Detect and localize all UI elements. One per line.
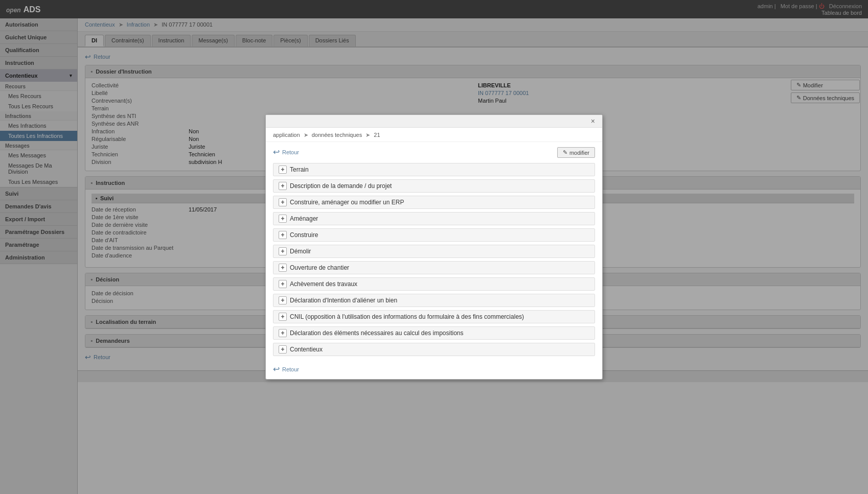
modal-retour-label-top: Retour — [282, 149, 299, 155]
plus-icon-description: + — [279, 182, 287, 190]
modal-modifier-button[interactable]: ✎ modifier — [557, 147, 595, 158]
plus-icon-ouverture-chantier: + — [279, 264, 287, 272]
modal-section-label-achevement-travaux: Achèvement des travaux — [290, 280, 357, 288]
modal-sections: +Terrain+Description de la demande / du … — [273, 163, 595, 356]
modal-section-cnil[interactable]: +CNIL (opposition à l'utilisation des in… — [273, 310, 595, 323]
plus-icon-construire: + — [279, 231, 287, 239]
modal-topbar: × — [266, 115, 602, 128]
modal-retour-arrow-bottom: ↩ — [273, 364, 280, 374]
modal-dialog: × application ➤ données techniques ➤ 21 … — [265, 114, 603, 380]
plus-icon-terrain: + — [279, 166, 287, 174]
modal-retour-arrow-top: ↩ — [273, 147, 280, 157]
modal-modifier-icon: ✎ — [563, 149, 567, 156]
modal-overlay[interactable]: × application ➤ données techniques ➤ 21 … — [0, 0, 868, 494]
plus-icon-declaration-elements: + — [279, 329, 287, 337]
modal-section-description[interactable]: +Description de la demande / du projet — [273, 179, 595, 193]
modal-section-label-cnil: CNIL (opposition à l'utilisation des inf… — [290, 313, 524, 320]
plus-icon-cnil: + — [279, 313, 287, 321]
modal-breadcrumb-arrow1: ➤ — [304, 132, 308, 138]
modal-section-contentieux[interactable]: +Contentieux — [273, 343, 595, 356]
modal-section-label-construire: Construire — [290, 231, 318, 239]
modal-breadcrumb-donnees: données techniques — [312, 132, 362, 138]
modal-breadcrumb-app: application — [273, 132, 300, 138]
modal-section-terrain[interactable]: +Terrain — [273, 163, 595, 176]
modal-section-demolir[interactable]: +Démolir — [273, 245, 595, 258]
modal-section-label-ouverture-chantier: Ouverture de chantier — [290, 264, 349, 271]
modal-breadcrumb-num: 21 — [374, 132, 380, 138]
modal-section-construire[interactable]: +Construire — [273, 228, 595, 242]
plus-icon-achevement-travaux: + — [279, 280, 287, 288]
modal-section-label-description: Description de la demande / du projet — [290, 182, 392, 190]
plus-icon-declaration-intention: + — [279, 296, 287, 304]
modal-retour-bottom[interactable]: ↩ Retour — [273, 364, 299, 374]
modal-section-ouverture-chantier[interactable]: +Ouverture de chantier — [273, 261, 595, 274]
modal-section-construire-erp[interactable]: +Construire, aménager ou modifier un ERP — [273, 196, 595, 209]
modal-section-amenager[interactable]: +Aménager — [273, 212, 595, 225]
plus-icon-construire-erp: + — [279, 198, 287, 206]
modal-breadcrumb: application ➤ données techniques ➤ 21 — [266, 128, 602, 142]
modal-section-label-demolir: Démolir — [290, 248, 311, 255]
modal-close-button[interactable]: × — [589, 117, 597, 125]
modal-section-declaration-intention[interactable]: +Déclaration d'Intention d'aliéner un bi… — [273, 294, 595, 307]
modal-section-achevement-travaux[interactable]: +Achèvement des travaux — [273, 277, 595, 291]
plus-icon-demolir: + — [279, 247, 287, 255]
modal-section-label-terrain: Terrain — [290, 166, 309, 173]
modal-modifier-label: modifier — [569, 150, 589, 156]
modal-retour-top[interactable]: ↩ Retour — [273, 147, 299, 157]
modal-body: ✎ modifier ↩ Retour +Terrain+Description… — [266, 142, 602, 379]
plus-icon-amenager: + — [279, 215, 287, 223]
modal-section-label-contentieux: Contentieux — [290, 346, 323, 353]
modal-breadcrumb-arrow2: ➤ — [366, 132, 370, 138]
modal-section-label-construire-erp: Construire, aménager ou modifier un ERP — [290, 199, 404, 206]
modal-section-label-amenager: Aménager — [290, 215, 318, 222]
plus-icon-contentieux: + — [279, 345, 287, 354]
modal-section-label-declaration-intention: Déclaration d'Intention d'aliéner un bie… — [290, 297, 397, 304]
modal-section-label-declaration-elements: Déclaration des éléments nécessaires au … — [290, 330, 464, 337]
modal-retour-label-bottom: Retour — [282, 366, 299, 372]
modal-section-declaration-elements[interactable]: +Déclaration des éléments nécessaires au… — [273, 326, 595, 340]
